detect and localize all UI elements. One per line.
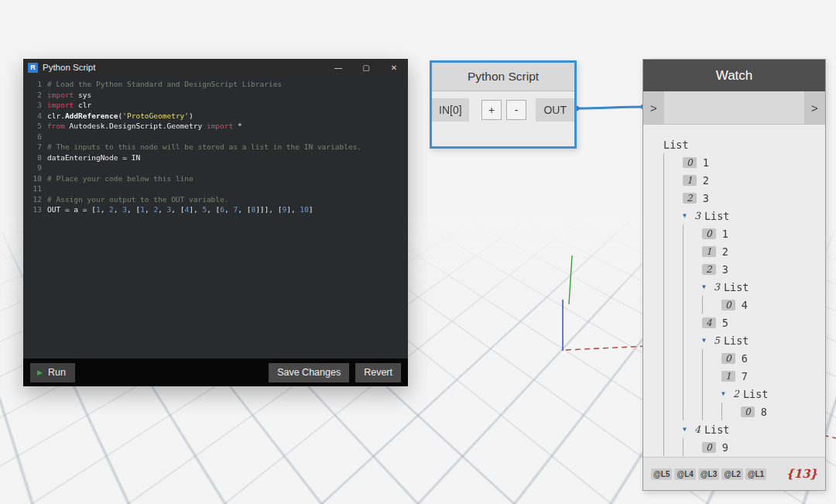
tree-guide-line	[683, 242, 702, 260]
tree-guide-line	[663, 189, 683, 207]
watch-node[interactable]: Watch > > List011223▼3List011223▼3List04…	[642, 59, 826, 491]
watch-list-row[interactable]: ▼4List	[663, 420, 825, 438]
list-index: 3	[714, 281, 720, 293]
code-text: # Assign your output to the OUT variable…	[47, 194, 229, 205]
tree-guide-line	[702, 349, 721, 367]
python-node-title[interactable]: Python Script	[432, 63, 574, 91]
python-script-node[interactable]: Python Script IN[0] + - OUT	[430, 60, 577, 149]
tree-guide-line	[683, 314, 702, 331]
list-index: 2	[733, 388, 739, 399]
code-line: 7# The inputs to this node will be store…	[23, 142, 408, 153]
code-line: 12# Assign your output to the OUT variab…	[23, 194, 408, 205]
save-changes-button[interactable]: Save Changes	[269, 363, 349, 382]
tree-guide-line	[663, 349, 683, 367]
tree-guide-line	[702, 403, 721, 420]
input-port-in0[interactable]: IN[0]	[432, 98, 469, 122]
watch-list-row[interactable]: ▼3List	[663, 278, 825, 296]
code-line: 3import clr	[23, 100, 408, 111]
index-badge: 0	[741, 406, 755, 417]
item-value: 8	[761, 406, 767, 418]
line-number: 3	[23, 100, 47, 111]
watch-ports-row: > >	[643, 91, 825, 125]
index-badge: 1	[721, 371, 735, 382]
code-line: 2import sys	[23, 90, 408, 101]
list-label: List	[704, 210, 730, 222]
tree-guide-line	[702, 385, 721, 403]
code-line: 8dataEnteringNode = IN	[23, 153, 408, 163]
tree-guide-line	[683, 349, 702, 367]
tree-guide-line	[663, 171, 683, 189]
level-badge[interactable]: @L2	[721, 468, 742, 480]
tree-guide-line	[663, 403, 683, 420]
code-line: 13OUT = a = [1, 2, 3, [1, 2, 3, [4], 5, …	[23, 204, 408, 215]
watch-item-row: 45	[663, 314, 825, 331]
watch-footer: @L5@L4@L3@L2@L1 {13}	[643, 457, 825, 490]
collapse-arrow-icon[interactable]: ▼	[683, 426, 694, 433]
code-text: # Place your code below this line	[47, 173, 194, 184]
level-badge[interactable]: @L4	[674, 468, 695, 480]
window-title: Python Script	[43, 63, 95, 72]
code-area[interactable]: 1# Load the Python Standard and DesignSc…	[23, 76, 408, 358]
collapse-arrow-icon[interactable]: ▼	[702, 283, 714, 290]
level-badge[interactable]: @L1	[745, 468, 766, 480]
watch-item-row: 23	[663, 189, 825, 207]
collapse-arrow-icon[interactable]: ▼	[721, 390, 733, 397]
code-text: # The inputs to this node will be stored…	[47, 142, 361, 153]
list-index: 4	[694, 423, 701, 435]
node-wire[interactable]	[574, 105, 646, 111]
collapse-arrow-icon[interactable]: ▼	[683, 212, 694, 219]
watch-list-row[interactable]: ▼2List	[663, 385, 825, 403]
tree-guide-line	[663, 242, 683, 260]
add-input-button[interactable]: +	[481, 100, 502, 120]
watch-item-row: 12	[663, 171, 825, 189]
wire-path[interactable]	[577, 107, 643, 108]
tree-guide-line	[683, 331, 702, 349]
list-index: 5	[714, 334, 720, 346]
output-port-out[interactable]: OUT	[536, 98, 574, 122]
minimize-icon[interactable]: —	[324, 59, 352, 76]
watch-item-row: 08	[663, 403, 825, 420]
code-text: OUT = a = [1, 2, 3, [1, 2, 3, [4], 5, [6…	[47, 204, 314, 215]
window-controls: — ▢ ✕	[324, 59, 408, 76]
index-badge: 0	[702, 442, 716, 453]
code-line: 10# Place your code below this line	[23, 173, 408, 184]
item-value: 1	[722, 228, 728, 240]
window-icon: R	[28, 63, 38, 73]
maximize-icon[interactable]: ▢	[352, 59, 380, 76]
watch-list-row[interactable]: ▼5List	[663, 331, 825, 349]
run-play-icon: ▶	[37, 369, 43, 376]
watch-list-row[interactable]: ▼3List	[663, 207, 825, 225]
item-value: 7	[742, 370, 748, 382]
tree-guide-line	[683, 367, 702, 385]
remove-input-button[interactable]: -	[506, 100, 526, 120]
code-text: clr.AddReference('ProtoGeometry')	[47, 111, 194, 122]
editor-titlebar[interactable]: R Python Script — ▢ ✕	[23, 59, 408, 76]
line-number: 2	[23, 90, 47, 101]
line-number: 4	[23, 111, 47, 122]
level-badge[interactable]: @L3	[698, 468, 719, 480]
code-text: # Load the Python Standard and DesignScr…	[47, 79, 282, 90]
watch-list-row[interactable]: List	[663, 135, 825, 153]
revert-button[interactable]: Revert	[355, 363, 401, 382]
item-value: 5	[722, 317, 728, 329]
item-value: 1	[703, 156, 709, 169]
watch-node-title[interactable]: Watch	[643, 60, 825, 91]
collapse-arrow-icon[interactable]: ▼	[702, 337, 714, 344]
code-line: 1# Load the Python Standard and DesignSc…	[23, 79, 408, 90]
run-button[interactable]: ▶ Run	[30, 363, 75, 382]
code-line: 6	[23, 132, 408, 142]
python-editor-window: R Python Script — ▢ ✕ 1# Load the Python…	[23, 59, 408, 386]
close-icon[interactable]: ✕	[380, 59, 408, 76]
line-number: 13	[23, 204, 47, 215]
dynamo-workspace-canvas[interactable]: R Python Script — ▢ ✕ 1# Load the Python…	[0, 0, 836, 504]
level-badge[interactable]: @L5	[651, 468, 672, 480]
watch-input-port[interactable]: >	[643, 91, 664, 124]
tree-guide-line	[683, 278, 702, 296]
tree-guide-line	[683, 403, 702, 420]
list-label: List	[743, 388, 769, 400]
line-number: 7	[23, 142, 47, 153]
tree-guide-line	[683, 385, 702, 403]
tree-guide-line	[683, 438, 702, 456]
watch-output-port[interactable]: >	[804, 91, 825, 124]
index-badge: 2	[683, 193, 697, 204]
